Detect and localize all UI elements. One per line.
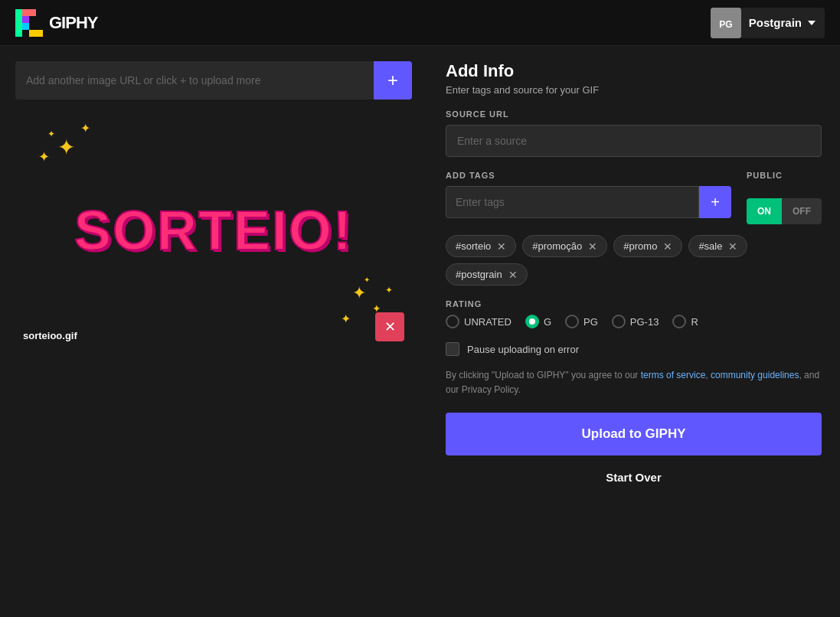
tags-input[interactable] [446, 186, 699, 218]
svg-rect-4 [22, 23, 29, 30]
url-input-bar: + [15, 61, 412, 100]
radio-circle-unrated [446, 315, 459, 328]
legal-text-1: By clicking "Upload to GIPHY" you agree … [446, 370, 641, 380]
logo-area: GIPHY [15, 9, 97, 37]
svg-text:PG: PG [719, 19, 732, 30]
source-input[interactable] [446, 125, 822, 157]
user-name-button[interactable]: Postgrain [741, 8, 825, 38]
avatar: PG [711, 8, 741, 38]
user-area: PG Postgrain [711, 8, 825, 38]
svg-rect-6 [36, 30, 43, 37]
tos-link[interactable]: terms of service [641, 370, 706, 380]
left-panel: + ✦ ✦ ✦ ✦ ✦ ✦ ✦ ✦ ✦ SORTEIO! sorteioo.gi… [0, 46, 427, 617]
tags-public-row: ADD TAGS + PUBLIC ON OFF [446, 171, 822, 224]
tags-input-row: + [446, 186, 731, 218]
gif-text: SORTEIO! [74, 199, 353, 262]
public-label: PUBLIC [747, 171, 822, 180]
pause-label: Pause uploading on error [467, 344, 579, 355]
checkbox-row: Pause uploading on error [446, 342, 822, 356]
tags-add-button[interactable]: + [699, 186, 731, 218]
rating-label-pg13: PG-13 [630, 316, 659, 328]
giphy-logo-icon [15, 9, 43, 37]
rating-label-g: G [544, 316, 551, 328]
tags-chips: #sorteio ✕#promoção ✕#promo ✕#sale ✕#pos… [446, 235, 822, 286]
tags-label: ADD TAGS [446, 171, 731, 180]
rating-option-unrated[interactable]: UNRATED [446, 315, 512, 328]
add-info-subtitle: Enter tags and source for your GIF [446, 84, 822, 96]
sparkle-icon: ✦ [47, 129, 55, 139]
svg-rect-5 [29, 30, 36, 37]
radio-circle-g [525, 315, 539, 328]
tag-chip: #sorteio ✕ [446, 235, 516, 257]
community-link[interactable]: community guidelines [711, 370, 799, 380]
radio-circle-pg [565, 315, 579, 328]
radio-circle-pg13 [612, 315, 626, 328]
sparkle-icon: ✦ [57, 135, 75, 160]
chevron-down-icon [808, 21, 815, 25]
sparkle-icon: ✦ [385, 285, 393, 295]
svg-rect-3 [22, 16, 29, 23]
tag-chip: #promo ✕ [613, 235, 682, 257]
rating-option-pg13[interactable]: PG-13 [612, 315, 659, 328]
url-input[interactable] [15, 65, 374, 96]
add-info-title: Add Info [446, 61, 822, 81]
rating-label-pg: PG [583, 316, 598, 328]
sparkle-icon: ✦ [341, 312, 351, 326]
toggle-group: ON OFF [747, 198, 822, 224]
tag-remove-button[interactable]: ✕ [508, 269, 518, 280]
rating-option-g[interactable]: G [525, 315, 551, 328]
delete-gif-button[interactable]: ✕ [375, 312, 404, 341]
toggle-off-button[interactable]: OFF [782, 198, 822, 224]
tag-chip-label: #sale [698, 240, 722, 252]
radio-circle-r [672, 315, 686, 328]
tag-remove-button[interactable]: ✕ [663, 241, 672, 252]
logo-text: GIPHY [49, 13, 97, 33]
tag-remove-button[interactable]: ✕ [497, 241, 506, 252]
pause-checkbox[interactable] [446, 342, 459, 356]
tag-chip-label: #promoção [532, 240, 582, 252]
add-url-button[interactable]: + [374, 61, 412, 100]
svg-rect-2 [29, 9, 36, 16]
user-name-label: Postgrain [749, 16, 802, 29]
tag-chip: #promoção ✕ [522, 235, 607, 257]
main-layout: + ✦ ✦ ✦ ✦ ✦ ✦ ✦ ✦ ✦ SORTEIO! sorteioo.gi… [0, 46, 840, 617]
tag-chip-label: #postgrain [456, 269, 502, 280]
start-over-button[interactable]: Start Over [446, 465, 822, 490]
tags-section: ADD TAGS + [446, 171, 731, 218]
gif-preview: ✦ ✦ ✦ ✦ ✦ ✦ ✦ ✦ ✦ SORTEIO! sorteioo.gif … [15, 112, 412, 349]
sparkle-icon: ✦ [80, 121, 90, 135]
public-section: PUBLIC ON OFF [747, 171, 822, 224]
tag-chip-label: #promo [623, 240, 657, 252]
rating-options: UNRATEDGPGPG-13R [446, 315, 822, 328]
rating-option-r[interactable]: R [672, 315, 698, 328]
tag-remove-button[interactable]: ✕ [588, 241, 597, 252]
rating-option-pg[interactable]: PG [565, 315, 598, 328]
gif-filename: sorteioo.gif [23, 330, 77, 341]
rating-label-unrated: UNRATED [464, 316, 512, 328]
sparkle-icon: ✦ [352, 283, 366, 303]
sparkle-icon: ✦ [364, 276, 370, 284]
legal-text: By clicking "Upload to GIPHY" you agree … [446, 368, 822, 397]
rating-label: RATING [446, 299, 822, 308]
upload-button[interactable]: Upload to GIPHY [446, 413, 822, 455]
header: GIPHY PG Postgrain [0, 0, 840, 46]
rating-label-r: R [691, 316, 698, 328]
tag-chip: #sale ✕ [688, 235, 747, 257]
svg-rect-1 [22, 9, 29, 16]
right-panel: Add Info Enter tags and source for your … [427, 46, 840, 617]
tag-remove-button[interactable]: ✕ [728, 241, 737, 252]
tag-chip-label: #sorteio [456, 240, 491, 252]
rating-section: RATING UNRATEDGPGPG-13R [446, 299, 822, 328]
svg-rect-0 [15, 9, 22, 37]
sparkle-icon: ✦ [38, 149, 50, 165]
legal-comma: , [705, 370, 711, 380]
tag-chip: #postgrain ✕ [446, 263, 528, 286]
source-label: SOURCE URL [446, 109, 822, 119]
toggle-on-button[interactable]: ON [747, 198, 782, 224]
